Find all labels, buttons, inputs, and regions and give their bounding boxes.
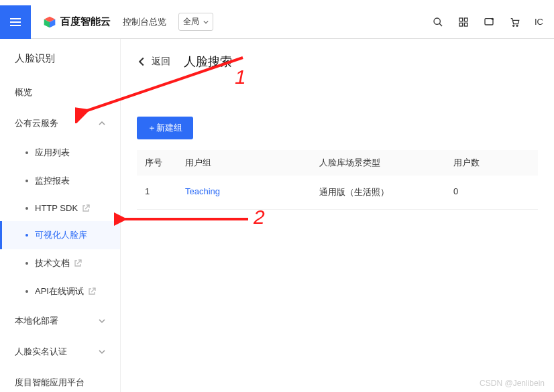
main-content: 返回 人脸搜索 ＋新建组 序号 用户组 人脸库场景类型 用户数 1 Teachi… [121,39,554,392]
sidebar: 人脸识别 概览 公有云服务 应用列表 监控报表 HTTP SDK 可视化人脸库 … [0,39,121,392]
sidebar-item-overview[interactable]: 概览 [0,77,120,108]
sidebar-sub-apidebug[interactable]: API在线调试 [0,277,120,306]
svg-point-14 [513,25,514,26]
external-link-icon [82,204,90,212]
grid-icon[interactable] [458,17,469,27]
svg-line-7 [439,23,442,26]
sidebar-item-dumu[interactable]: 度目智能应用平台 [0,367,120,392]
page-title: 人脸搜索 [184,54,232,70]
sidebar-item-label: 人脸实名认证 [15,346,67,358]
sidebar-sub-facedb[interactable]: 可视化人脸库 [0,221,120,249]
sidebar-sub-docs[interactable]: 技术文档 [0,249,120,277]
region-value: 全局 [183,16,199,27]
topbar-actions: IC [433,17,543,27]
sidebar-sub-label: API在线调试 [35,285,84,298]
hamburger-icon [9,15,22,29]
sidebar-sub-httpsdk[interactable]: HTTP SDK [0,195,120,221]
svg-rect-9 [464,18,467,21]
watermark: CSDN @Jenlibein [480,379,545,388]
chevron-down-icon [203,19,209,25]
top-bar: 百度智能云 控制台总览 全局 IC [0,5,554,39]
console-overview-link[interactable]: 控制台总览 [123,16,166,28]
external-link-icon [74,259,82,267]
svg-rect-11 [464,23,467,26]
cell-count: 0 [453,186,514,198]
message-icon[interactable] [484,17,494,27]
sidebar-item-label: 本地化部署 [15,315,58,327]
svg-point-6 [434,18,440,24]
breadcrumb: 返回 人脸搜索 [137,54,538,70]
sidebar-sub-monitor[interactable]: 监控报表 [0,167,120,195]
bullet-icon [25,262,28,265]
sidebar-sub-label: 可视化人脸库 [35,229,87,241]
group-link[interactable]: Teaching [185,186,220,196]
cell-scene: 通用版（生活照） [319,186,453,198]
region-select[interactable]: 全局 [178,13,213,31]
sidebar-sub-label: HTTP SDK [35,203,78,213]
brand-logo[interactable]: 百度智能云 [43,15,111,29]
col-count: 用户数 [453,157,514,169]
sidebar-item-localdeploy[interactable]: 本地化部署 [0,306,120,336]
bullet-icon [25,207,28,210]
bullet-icon [25,290,28,293]
cart-icon[interactable] [509,17,520,27]
sidebar-item-label: 公有云服务 [15,117,58,129]
sidebar-title: 人脸识别 [0,52,120,77]
bullet-icon [25,234,28,237]
annotation-number-1: 1 [235,66,246,88]
brand-name: 百度智能云 [60,15,111,28]
chevron-down-icon [99,318,105,324]
sidebar-sub-label: 技术文档 [35,257,70,269]
sidebar-item-realname[interactable]: 人脸实名认证 [0,336,120,367]
sidebar-sub-label: 应用列表 [35,147,70,159]
cell-index: 1 [145,186,185,198]
bullet-icon [25,180,28,182]
svg-rect-1 [10,21,21,23]
col-scene: 人脸库场景类型 [319,157,453,169]
back-link[interactable]: 返回 [152,56,170,68]
table-row: 1 Teaching 通用版（生活照） 0 [137,176,538,210]
chevron-up-icon [99,120,105,127]
hamburger-button[interactable] [0,5,31,39]
chevron-left-icon[interactable] [137,57,146,66]
sidebar-item-label: 概览 [15,86,32,99]
sidebar-item-cloudservices[interactable]: 公有云服务 [0,108,120,139]
brand-cube-icon [43,15,56,29]
new-group-button[interactable]: ＋新建组 [137,117,193,139]
svg-rect-2 [10,25,21,26]
sidebar-item-label: 度目智能应用平台 [15,377,85,389]
svg-rect-0 [10,18,21,19]
chevron-down-icon [99,348,105,355]
svg-rect-10 [459,23,463,26]
col-usergroup: 用户组 [185,157,319,169]
svg-point-15 [516,25,518,26]
svg-point-13 [492,17,494,19]
sidebar-sub-label: 监控报表 [35,175,70,187]
bullet-icon [25,151,28,154]
top-right-badge[interactable]: IC [535,17,543,27]
external-link-icon [88,287,96,296]
sidebar-sub-apps[interactable]: 应用列表 [0,139,120,167]
annotation-number-2: 2 [254,206,265,228]
table-header: 序号 用户组 人脸库场景类型 用户数 [137,150,538,176]
svg-rect-8 [459,18,463,21]
col-index: 序号 [145,157,185,169]
search-icon[interactable] [433,17,443,27]
